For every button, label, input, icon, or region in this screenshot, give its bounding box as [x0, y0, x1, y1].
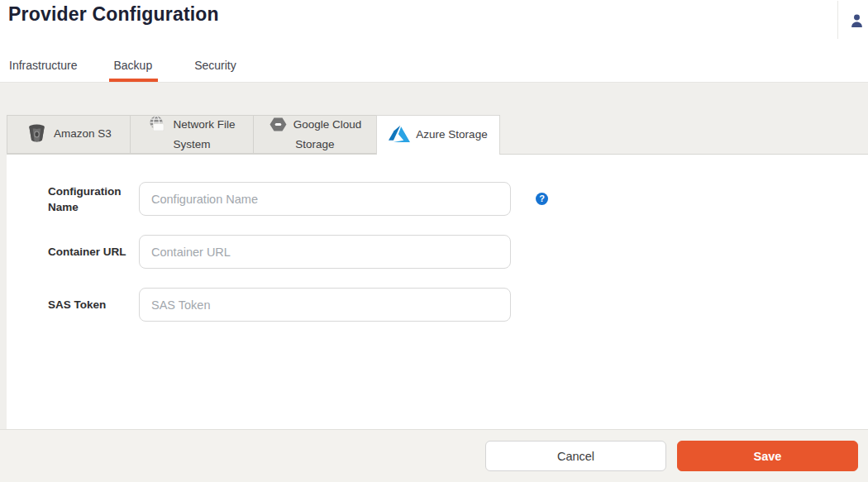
provider-tabstrip: Amazon S3 Network File System [7, 115, 868, 155]
main-nav: Infrastructure Backup Security [9, 59, 273, 82]
form-row-sas-token: SAS Token [48, 288, 868, 322]
tab-security[interactable]: Security [194, 59, 236, 82]
page-title: Provider Configuration [8, 3, 219, 26]
azure-storage-form-panel: Configuration Name ? Container URL SAS T… [7, 155, 868, 429]
s3-bucket-icon [26, 122, 48, 145]
backup-panel: Amazon S3 Network File System [0, 83, 868, 482]
person-icon[interactable] [838, 12, 865, 28]
provider-tab-label: Network File System [173, 118, 235, 150]
globe-folder-icon [148, 115, 167, 134]
sas-token-label: SAS Token [48, 297, 131, 313]
hexagon-bar-icon [269, 115, 288, 134]
azure-logo-icon [389, 125, 410, 145]
provider-tab-azure-storage[interactable]: Azure Storage [376, 115, 500, 155]
provider-tab-label: Azure Storage [416, 128, 487, 141]
provider-tab-amazon-s3[interactable]: Amazon S3 [7, 115, 131, 154]
provider-tab-label: Amazon S3 [54, 127, 112, 140]
tab-backup[interactable]: Backup [113, 59, 152, 82]
user-area [837, 0, 868, 40]
provider-tab-label: Google Cloud Storage [293, 118, 362, 150]
sas-token-input[interactable] [139, 288, 511, 322]
question-mark-icon[interactable]: ? [536, 193, 548, 205]
container-url-input[interactable] [139, 235, 511, 269]
cancel-button[interactable]: Cancel [485, 441, 666, 471]
provider-tab-google-cloud-storage[interactable]: Google Cloud Storage [253, 115, 377, 154]
form-row-container-url: Container URL [48, 235, 868, 269]
tab-infrastructure[interactable]: Infrastructure [9, 59, 77, 82]
provider-tab-network-file-system[interactable]: Network File System [130, 115, 254, 154]
container-url-label: Container URL [48, 244, 131, 260]
configuration-name-input[interactable] [139, 182, 511, 216]
header: Provider Configuration Infrastructure Ba… [0, 0, 868, 83]
form-footer: Cancel Save [0, 429, 868, 482]
form-row-configuration-name: Configuration Name ? [48, 182, 868, 216]
configuration-name-label: Configuration Name [48, 184, 131, 215]
save-button[interactable]: Save [677, 441, 858, 471]
azure-storage-form: Configuration Name ? Container URL SAS T… [7, 155, 868, 322]
